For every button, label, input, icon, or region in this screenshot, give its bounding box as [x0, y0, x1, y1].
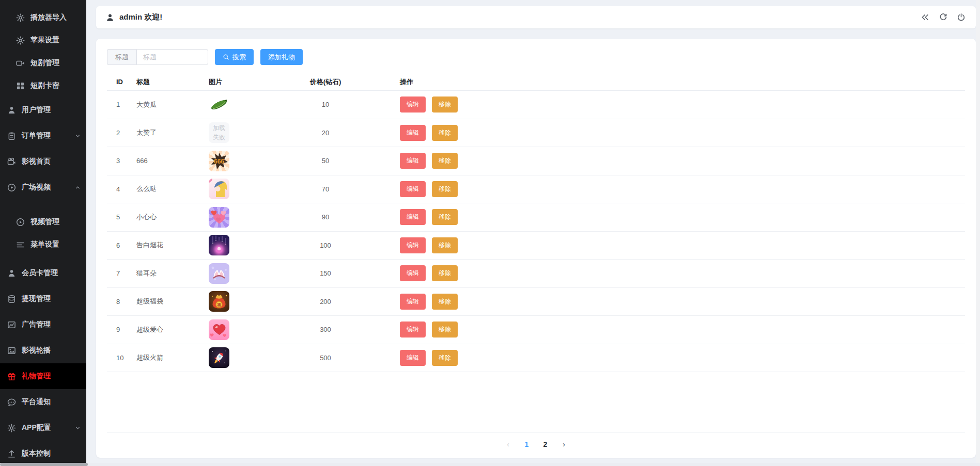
edit-button[interactable]: 编辑	[400, 125, 426, 141]
sidebar-item-label: 短剧卡密	[30, 81, 59, 90]
remove-button[interactable]: 移除	[432, 294, 458, 310]
logout-power-icon[interactable]	[956, 12, 967, 23]
cell-price: 90	[305, 213, 346, 221]
edit-button[interactable]: 编辑	[400, 350, 426, 366]
cell-title: 告白烟花	[136, 240, 209, 250]
table-row: 1 大黄瓜 10 编辑 移除	[107, 91, 965, 119]
remove-button[interactable]: 移除	[432, 125, 458, 141]
cell-price: 200	[305, 298, 346, 306]
table-body: 1 大黄瓜 10 编辑 移除 2 太赞了 加载失败 20 编辑 移除 3 666…	[107, 91, 965, 372]
sidebar-item-label: 播放器导入	[30, 13, 67, 22]
remove-button[interactable]: 移除	[432, 153, 458, 169]
remove-button[interactable]: 移除	[432, 322, 458, 338]
vertical-scrollbar[interactable]	[976, 0, 980, 466]
page-button-2[interactable]: 2	[538, 437, 553, 452]
sidebar-item[interactable]: 广场视频	[0, 174, 86, 200]
sidebar-item[interactable]: 短剧卡密	[0, 74, 86, 97]
remove-button[interactable]: 移除	[432, 350, 458, 366]
edit-button[interactable]: 编辑	[400, 265, 426, 281]
edit-button[interactable]: 编辑	[400, 237, 426, 253]
ad-icon	[7, 320, 16, 329]
cell-title: 猫耳朵	[136, 269, 209, 278]
search-button[interactable]: 搜索	[215, 49, 254, 65]
cell-price: 100	[305, 242, 346, 249]
sidebar-item[interactable]: 平台通知	[0, 389, 86, 415]
col-price: 价格(钻石)	[305, 77, 346, 87]
page-button-1[interactable]: 1	[520, 437, 534, 452]
next-page-button[interactable]: ›	[557, 437, 571, 452]
sidebar-item[interactable]: 订单管理	[0, 123, 86, 149]
sidebar-item-label: 提现管理	[22, 294, 51, 303]
edit-button[interactable]: 编辑	[400, 181, 426, 197]
remove-button[interactable]: 移除	[432, 97, 458, 113]
add-gift-button[interactable]: 添加礼物	[260, 49, 303, 65]
sidebar-item-label: 影视首页	[22, 157, 51, 166]
edit-button[interactable]: 编辑	[400, 322, 426, 338]
col-id: ID	[116, 78, 136, 86]
table-row: 8 超级福袋 福 200 编辑 移除	[107, 288, 965, 316]
collapse-sidebar-icon[interactable]	[920, 12, 930, 23]
edit-button[interactable]: 编辑	[400, 97, 426, 113]
sidebar-item[interactable]: 提现管理	[0, 286, 86, 312]
sidebar-menu: 播放器导入 苹果设置 短剧管理 短剧卡密 用户管理 订单管理 影视首页 广场视频	[0, 6, 86, 466]
cell-id: 7	[116, 269, 136, 277]
remove-button[interactable]: 移除	[432, 265, 458, 281]
sidebar-item-label: APP配置	[22, 423, 51, 432]
chevron-down-icon	[74, 425, 81, 431]
table-row: 2 太赞了 加载失败 20 编辑 移除	[107, 119, 965, 148]
remove-button[interactable]: 移除	[432, 237, 458, 253]
sidebar-item[interactable]: 影视轮播	[0, 338, 86, 363]
cell-price: 150	[305, 269, 346, 277]
horizontal-scrollbar-thumb[interactable]	[0, 463, 88, 466]
cell-id: 6	[116, 242, 136, 249]
table-row: 6 告白烟花 100 编辑 移除	[107, 232, 965, 260]
svg-text:666: 666	[214, 158, 224, 165]
sidebar-item[interactable]: 用户管理	[0, 97, 86, 123]
main-area: admin 欢迎! 标题 搜索 添加礼物 ID 标题 图片 价格(钻石)	[86, 0, 980, 466]
edit-button[interactable]: 编辑	[400, 209, 426, 225]
sidebar-item[interactable]: APP配置	[0, 415, 86, 441]
sidebar-item[interactable]: 苹果设置	[0, 29, 86, 52]
sidebar-item-label: 平台通知	[22, 397, 51, 407]
remove-button[interactable]: 移除	[432, 209, 458, 225]
sidebar-item[interactable]: 视频管理	[0, 211, 86, 233]
sidebar-item[interactable]: 影视首页	[0, 149, 86, 174]
cell-id: 5	[116, 213, 136, 221]
title-search-input[interactable]	[136, 49, 208, 65]
cell-price: 300	[305, 326, 346, 333]
welcome-text: admin 欢迎!	[119, 12, 162, 22]
sidebar-item[interactable]: 短剧管理	[0, 52, 86, 74]
play-circle-icon	[16, 218, 25, 227]
remove-button[interactable]: 移除	[432, 181, 458, 197]
sidebar-item[interactable]: 会员卡管理	[0, 260, 86, 286]
horizontal-scrollbar[interactable]	[0, 463, 980, 466]
video-icon	[16, 59, 25, 68]
cell-price: 10	[305, 101, 346, 108]
search-icon	[223, 54, 229, 60]
chevron-up-icon	[74, 184, 81, 191]
chevron-down-icon	[74, 133, 81, 139]
cell-id: 2	[116, 129, 136, 137]
gear-icon	[16, 13, 25, 22]
sidebar-item[interactable]: 版本控制	[0, 441, 86, 466]
cell-title: 超级火箭	[136, 353, 209, 362]
cell-id: 4	[116, 185, 136, 193]
gift-image	[209, 347, 229, 368]
prev-page-button[interactable]: ‹	[501, 437, 516, 452]
content-card: 标题 搜索 添加礼物 ID 标题 图片 价格(钻石) 操作 1 大黄瓜 1	[96, 39, 976, 458]
sidebar-item-active[interactable]: 礼物管理	[0, 363, 86, 389]
gear-icon	[7, 424, 16, 432]
cell-title: 666	[136, 157, 209, 165]
sidebar-item-label: 广告管理	[22, 320, 51, 329]
edit-button[interactable]: 编辑	[400, 294, 426, 310]
refresh-icon[interactable]	[938, 12, 948, 23]
movie-icon	[7, 157, 16, 166]
sidebar-item-label: 订单管理	[22, 131, 51, 140]
edit-button[interactable]: 编辑	[400, 153, 426, 169]
sidebar-item[interactable]: 广告管理	[0, 312, 86, 338]
sidebar-item[interactable]: 菜单设置	[0, 233, 86, 256]
sidebar-item[interactable]: 播放器导入	[0, 6, 86, 29]
cell-price: 500	[305, 354, 346, 362]
user-icon	[7, 106, 16, 115]
table-row: 5 小心心 90 编辑 移除	[107, 203, 965, 232]
